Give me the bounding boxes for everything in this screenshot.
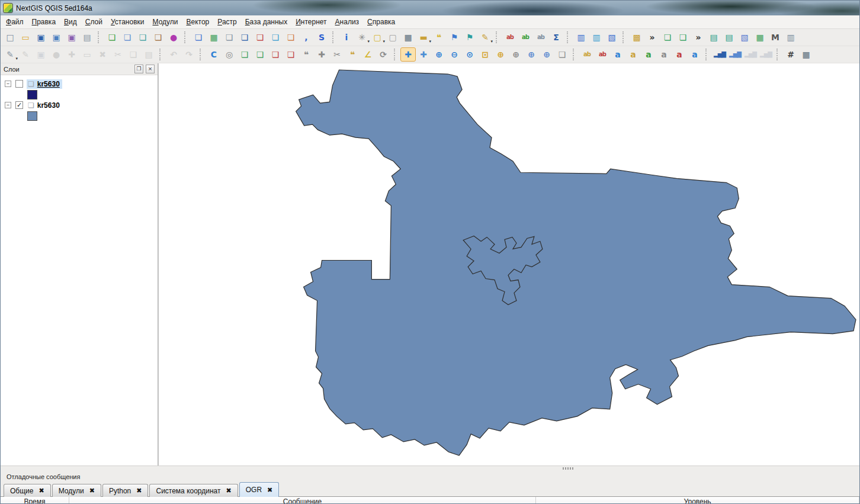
zoom-last-button[interactable]: ⊕ [524,47,539,62]
undo-button[interactable]: ↶ [166,47,181,62]
qtiles-tool-button[interactable]: ▧ [737,30,752,44]
label-tool-4-button[interactable]: a [625,47,641,62]
menu-analysis[interactable]: Анализ [331,16,364,28]
statistics-1-button[interactable]: ▂▅▇ [712,47,727,62]
copy-features-button[interactable]: ❏ [126,47,141,62]
statistics-4-button[interactable]: ▂▅▇ [758,47,774,62]
tab-close-icon[interactable]: ✖ [226,487,232,495]
nextgis-resources-button[interactable]: ▤ [721,30,737,44]
menu-raster[interactable]: Растр [213,16,240,28]
layer-symbology-swatch[interactable] [27,90,37,99]
cut-features-button[interactable]: ✂ [110,47,126,62]
nextgis-connect-button[interactable]: ▤ [706,30,721,44]
save-project-as-button[interactable]: ▣ [49,30,64,44]
refresh-map-button[interactable]: C [206,47,222,62]
new-shapefile-layer-button[interactable]: ❏ [135,30,150,44]
menu-layer[interactable]: Слой [81,16,107,28]
node-tool-button[interactable]: ▭ [79,47,95,62]
clip-tool-button[interactable]: ✂ [329,47,345,62]
touch-zoom-button[interactable]: ◎ [222,47,237,62]
map-composer-button[interactable]: ▩ [629,30,644,44]
map-canvas[interactable] [158,63,859,466]
processing-history-button[interactable]: ▥ [589,30,604,44]
toolbar-extension-1-button[interactable]: » [644,30,660,44]
new-print-composer-button[interactable]: ▤ [79,30,95,44]
add-mssql-layer-button[interactable]: ❏ [252,30,268,44]
menu-settings[interactable]: Установки [107,16,149,28]
tree-expander-icon[interactable]: − [5,81,11,87]
menu-web[interactable]: Интернет [291,16,330,28]
label-tool-1-button[interactable]: ab [579,47,595,62]
label-tool-7-button[interactable]: a [672,47,687,62]
molusce-tool-button[interactable]: M [768,30,783,44]
identify-features-button[interactable]: i [339,30,354,44]
zoom-next-button[interactable]: ⊕ [539,47,554,62]
statistics-2-button[interactable]: ▂▅▇ [727,47,743,62]
tab-ogr[interactable]: OGR✖ [239,482,280,497]
text-annotation-button[interactable]: ✎▾ [477,30,493,44]
menu-help[interactable]: Справка [363,16,399,28]
select-features-button[interactable]: ▢▾ [370,30,385,44]
new-geopackage-layer-button[interactable]: ● [166,30,181,44]
layer-entry[interactable]: ❏kr5630 [27,101,62,110]
rotate-map-button[interactable]: ⟳ [376,47,391,62]
label-tool-8-button[interactable]: a [687,47,702,62]
new-project-button[interactable]: □ [2,30,18,44]
map-tip-tool-button[interactable]: ❝ [299,47,314,62]
zoom-native-button[interactable]: ⊙ [462,47,477,62]
toggle-editing-button[interactable]: ✎ [18,47,33,62]
close-panel-icon[interactable]: × [146,65,155,73]
show-bookmarks-button[interactable]: ⚑ [462,30,477,44]
add-wms-layer-button[interactable]: ❏ [268,30,283,44]
menu-plugins[interactable]: Модули [148,16,182,28]
panel-splitter[interactable] [1,466,859,471]
deselect-features-button[interactable]: ▢ [385,30,400,44]
pan-to-selection-button[interactable]: ✚ [416,47,431,62]
open-project-button[interactable]: ▭ [18,30,33,44]
save-as-image-button[interactable]: ▣ [64,30,79,44]
add-vector-layer-button[interactable]: ❏ [191,30,206,44]
layer-name[interactable]: kr5630 [37,80,60,88]
tree-expander-icon[interactable]: − [5,102,11,108]
labeling-button[interactable]: ab [502,30,518,44]
tab-close-icon[interactable]: ✖ [136,487,142,495]
select-radius-button[interactable]: ❏ [283,47,299,62]
layer-checkbox[interactable]: ✓ [15,101,23,109]
add-delimited-text-layer-button[interactable]: , [299,30,314,44]
label-tool-6-button[interactable]: a [656,47,672,62]
field-calculator-button[interactable]: Σ [548,30,564,44]
menu-vector[interactable]: Вектор [182,16,213,28]
grid-tool-button[interactable]: # [783,47,798,62]
map-tips-button[interactable]: ❝ [431,30,447,44]
label-tool-5-button[interactable]: a [641,47,656,62]
menu-file[interactable]: Файл [2,16,28,28]
dropdown-arrow-icon[interactable]: ▾ [490,39,493,44]
new-map-view-button[interactable]: ❏ [554,47,570,62]
measure-button[interactable]: ▬▾ [416,30,431,44]
float-panel-icon[interactable]: ❐ [134,65,143,73]
processing-results-button[interactable]: ▧ [604,30,620,44]
new-bookmark-button[interactable]: ⚑ [447,30,462,44]
move-label-button[interactable]: ab [518,30,533,44]
add-gps-layer-button[interactable]: S [314,30,329,44]
layer-symbology-swatch[interactable] [27,111,37,121]
pin-labels-button[interactable]: ✚ [314,47,329,62]
pan-map-button[interactable]: ✚ [400,47,416,62]
select-polygon-button[interactable]: ❏ [252,47,268,62]
statistics-3-button[interactable]: ▂▅▇ [743,47,758,62]
tab-python[interactable]: Python✖ [102,484,149,497]
redo-button[interactable]: ↷ [181,47,197,62]
tab-close-icon[interactable]: ✖ [89,487,95,495]
new-vector-layer-button[interactable]: ❏ [104,30,120,44]
tab-close-icon[interactable]: ✖ [267,486,272,494]
current-edits-button[interactable]: ✎▾ [2,47,18,62]
add-wfs-layer-button[interactable]: ❏ [283,30,299,44]
classifier-tool-button[interactable]: ▦ [752,30,768,44]
menu-view[interactable]: Вид [60,16,81,28]
measure-angle-button[interactable]: ∠ [360,47,376,62]
composer-grid-tool-button[interactable]: ▦ [798,47,814,62]
processing-toolbox-button[interactable]: ▥ [573,30,589,44]
add-postgis-layer-button[interactable]: ❏ [237,30,252,44]
highlight-tool-button[interactable]: ❝ [345,47,360,62]
save-project-button[interactable]: ▣ [33,30,49,44]
